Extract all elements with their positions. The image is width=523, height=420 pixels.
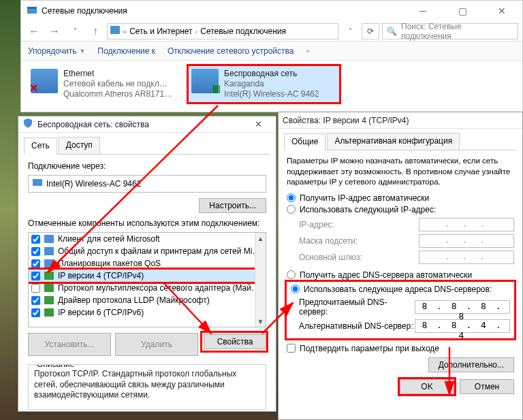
disconnected-icon: ✕ — [29, 82, 38, 95]
properties-button[interactable]: Свойства — [204, 334, 266, 349]
maximize-button[interactable]: ▢ — [447, 1, 477, 20]
tabstrip: Сеть Доступ — [24, 137, 270, 155]
dialog-titlebar: Беспроводная сеть: свойства ✕ — [18, 116, 276, 133]
control-panel-small-icon — [110, 25, 120, 37]
shield-icon — [22, 118, 33, 131]
connection-name: Ethernet — [63, 69, 172, 79]
component-checkbox[interactable] — [31, 308, 40, 317]
component-icon — [44, 296, 54, 304]
adapter-field[interactable]: Intel(R) Wireless-AC 9462 — [28, 175, 266, 193]
connection-adapter: Qualcomm Atheros AR8171… — [63, 89, 172, 99]
refresh-button[interactable]: ⟳ — [362, 23, 379, 39]
ip-manual-radio[interactable]: Использовать следующий IP-адрес: — [287, 205, 514, 214]
close-button[interactable]: ✕ — [244, 117, 272, 132]
components-listbox[interactable]: Клиент для сетей Microsoft Общий доступ … — [28, 232, 266, 327]
control-panel-icon — [27, 5, 37, 16]
up-button[interactable]: ↑ — [86, 22, 104, 40]
back-button[interactable]: ← — [25, 22, 43, 40]
connection-ethernet[interactable]: ✕ Ethernet Сетевой кабель не подкл… Qual… — [28, 66, 175, 102]
network-connections-window: Сетевые подключения ─ ▢ ✕ ← → ˅ ↑ « Сеть… — [20, 0, 523, 112]
description-label: Описание — [34, 364, 77, 369]
wireless-icon — [191, 69, 219, 93]
tab-alt-config[interactable]: Альтернативная конфигурация — [327, 133, 460, 150]
dialog-title: Свойства: IP версии 4 (TCP/IPv4) — [283, 116, 518, 125]
configure-button[interactable]: Настроить... — [199, 198, 266, 213]
list-item-ipv4[interactable]: IP версии 4 (TCP/IPv4) — [29, 270, 266, 282]
list-item[interactable]: Драйвер протокола LLDP (Майкрософт) — [29, 294, 266, 306]
component-checkbox[interactable] — [31, 296, 40, 305]
address-bar[interactable]: « Сеть и Интернет › Сетевые подключения — [107, 23, 338, 39]
components-label: Отмеченные компоненты используются этим … — [28, 219, 266, 228]
list-item[interactable]: Общий доступ к файлам и принтерам для се… — [29, 245, 266, 257]
svg-rect-1 — [27, 7, 37, 9]
list-item[interactable]: Протокол мультиплексора сетевого адаптер… — [29, 282, 266, 294]
component-checkbox[interactable] — [31, 272, 40, 280]
list-item[interactable]: Планировщик пакетов QoS — [29, 257, 266, 270]
search-input[interactable]: 🔍 Поиск: Сетевые подключения — [382, 23, 518, 39]
ip-auto-radio[interactable]: Получить IP-адрес автоматически — [287, 193, 514, 203]
gateway-field: . . . — [419, 251, 514, 264]
connection-status: Сетевой кабель не подкл… — [63, 79, 172, 89]
scrollbar[interactable]: ▲ ▼ — [255, 233, 266, 327]
scroll-up-icon[interactable]: ▲ — [255, 233, 266, 244]
component-checkbox[interactable] — [31, 247, 40, 256]
chevrons-icon[interactable]: » — [306, 48, 309, 54]
advanced-button[interactable]: Дополнительно... — [428, 357, 514, 372]
scroll-down-icon[interactable]: ▼ — [255, 316, 266, 327]
breadcrumb-node[interactable]: Сетевые подключения — [200, 27, 286, 36]
connection-name: Беспроводная сеть — [224, 69, 319, 79]
ipv4-properties-dialog: Свойства: IP версии 4 (TCP/IPv4) Общие А… — [278, 112, 523, 420]
connect-to-menu[interactable]: Подключение к — [97, 46, 155, 56]
dns-alternate-label: Альтернативный DNS-сервер: — [299, 321, 415, 331]
dns-auto-radio[interactable]: Получить адрес DNS-сервера автоматически — [287, 270, 514, 280]
dns-preferred-label: Предпочитаемый DNS-сервер: — [299, 297, 415, 317]
svg-rect-3 — [33, 179, 42, 186]
close-button[interactable]: ✕ — [487, 1, 517, 20]
connection-status: Karaganda — [224, 79, 319, 89]
component-checkbox[interactable] — [31, 235, 40, 244]
dns-preferred-field[interactable]: 8 . 8 . 8 . 8 — [415, 300, 510, 314]
list-item[interactable]: Клиент для сетей Microsoft — [29, 233, 266, 245]
ok-button[interactable]: OK — [400, 379, 454, 394]
component-checkbox[interactable] — [31, 284, 40, 293]
tab-network[interactable]: Сеть — [24, 138, 57, 155]
search-icon: 🔍 — [387, 27, 397, 36]
ip-address-field: . . . — [419, 218, 514, 231]
connection-wireless[interactable]: Беспроводная сеть Karaganda Intel(R) Wir… — [189, 66, 339, 102]
install-button[interactable]: Установить... — [28, 333, 111, 356]
uninstall-button[interactable]: Удалить — [115, 333, 198, 356]
adapter-small-icon — [33, 179, 42, 189]
description-groupbox: Описание Протокол TCP/IP. Стандартный пр… — [28, 364, 266, 410]
validate-on-exit-checkbox[interactable] — [287, 344, 296, 353]
subnet-mask-field: . . . — [419, 234, 514, 248]
addr-dropdown[interactable]: ˅ — [341, 22, 359, 40]
breadcrumb-sep-icon: « — [123, 27, 127, 35]
command-bar: Упорядочить▼ Подключение к Отключение се… — [21, 42, 522, 61]
adapter-name: Intel(R) Wireless-AC 9462 — [46, 179, 141, 189]
tab-general[interactable]: Общие — [284, 133, 326, 150]
cancel-button[interactable]: Отмен — [460, 379, 514, 394]
dialog-titlebar: Свойства: IP версии 4 (TCP/IPv4) — [279, 112, 522, 129]
gateway-label: Основной шлюз: — [299, 253, 419, 262]
svg-rect-2 — [110, 26, 120, 34]
dns-alternate-field[interactable]: 8 . 8 . 4 . 4 — [415, 319, 510, 333]
tab-access[interactable]: Доступ — [59, 137, 100, 154]
component-checkbox[interactable] — [31, 259, 40, 268]
connection-adapter: Intel(R) Wireless-AC 9462 — [224, 89, 319, 99]
dns-manual-radio[interactable]: Использовать следующие адреса DNS-сервер… — [291, 285, 510, 294]
tabstrip: Общие Альтернативная конфигурация — [284, 133, 517, 150]
forward-button[interactable]: → — [46, 22, 63, 40]
ip-address-label: IP-адрес: — [299, 220, 419, 229]
breadcrumb-node[interactable]: Сеть и Интернет — [129, 27, 192, 36]
window-title: Сетевые подключения — [42, 6, 404, 16]
list-item[interactable]: IP версии 6 (TCP/IPv6) — [29, 306, 266, 319]
minimize-button[interactable]: ─ — [408, 1, 438, 20]
wireless-properties-dialog: Беспроводная сеть: свойства ✕ Сеть Досту… — [18, 116, 276, 412]
organize-menu[interactable]: Упорядочить▼ — [28, 46, 85, 56]
titlebar: Сетевые подключения ─ ▢ ✕ — [21, 1, 522, 21]
history-dropdown[interactable]: ˅ — [66, 22, 84, 40]
search-placeholder: Поиск: Сетевые подключения — [401, 22, 513, 41]
dns-settings-highlight: Использовать следующие адреса DNS-сервер… — [287, 282, 514, 338]
disable-device-menu[interactable]: Отключение сетевого устройства — [168, 46, 294, 56]
validate-on-exit-label: Подтвердить параметры при выходе — [300, 344, 439, 353]
